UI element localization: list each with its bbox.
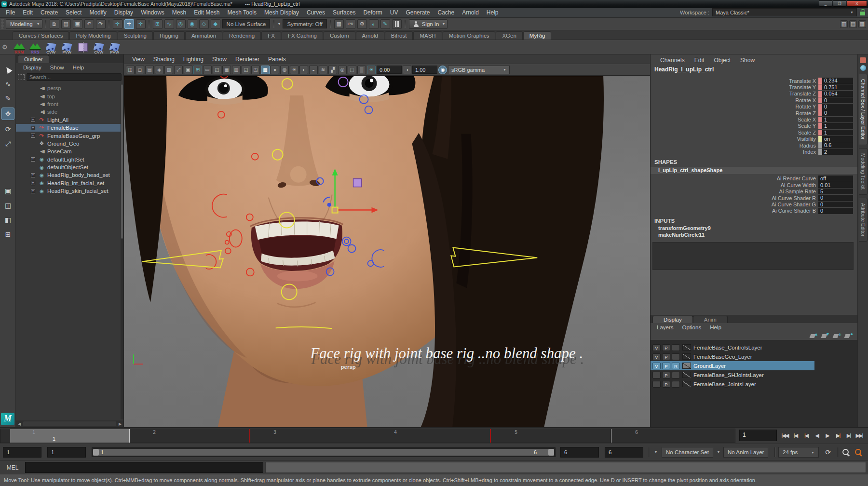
attribute-value-field[interactable]: 0 xyxy=(822,104,853,110)
step-back-frame-button[interactable]: |◀ xyxy=(790,429,800,442)
layer-playback-toggle[interactable]: P xyxy=(662,363,670,369)
layer-row[interactable]: V P FemaleBase_ControlsLayer xyxy=(651,343,814,352)
gate-mask-icon[interactable]: ▦ xyxy=(222,66,231,74)
attribute-value-field[interactable]: 1 xyxy=(822,123,853,129)
field-chart-icon[interactable]: ▥ xyxy=(232,66,241,74)
time-slider-track[interactable]: 1 123456 xyxy=(0,429,735,443)
outliner-item[interactable]: + Light_All xyxy=(16,116,121,124)
attribute-value-field[interactable]: 0 xyxy=(818,202,853,208)
menu-item[interactable]: Display xyxy=(110,9,137,16)
menu-item[interactable]: Generate xyxy=(402,9,434,16)
gamma-field[interactable]: 1.00 xyxy=(412,66,437,74)
menu-item[interactable]: Select xyxy=(62,9,85,16)
outliner-search-input[interactable]: Search... xyxy=(27,73,122,81)
shelf-item-cvw-2[interactable]: CVW xyxy=(92,40,106,54)
layer-row[interactable]: V P R GroundLayer xyxy=(651,361,814,370)
channel-box-menu-item[interactable]: Edit xyxy=(690,57,709,64)
range-slider-track[interactable]: 1 6 xyxy=(92,447,556,457)
shadows-icon[interactable]: ◐ xyxy=(299,66,308,74)
live-surface-field[interactable]: No Live Surface xyxy=(222,19,271,28)
tab-modeling-toolkit[interactable]: Modeling Toolkit xyxy=(859,148,868,195)
xray-icon[interactable]: ▒ xyxy=(357,66,366,74)
layer-row[interactable]: P FemaleBase_SHJointsLayer xyxy=(651,370,814,379)
section-divider[interactable] xyxy=(404,19,407,29)
move-layer-up-icon[interactable] xyxy=(810,333,818,339)
exposure-icon[interactable]: ☀ xyxy=(367,66,376,74)
render-settings-icon[interactable]: ⚙ xyxy=(357,19,367,29)
channel-box-menu-item[interactable]: Show xyxy=(735,57,760,64)
workspace-dropdown[interactable]: Maya Classic*▼ xyxy=(712,8,857,16)
playback-start-field[interactable]: 1 xyxy=(47,447,86,458)
anim-layer-selector[interactable]: No Anim Layer xyxy=(723,447,768,458)
create-empty-layer-icon[interactable] xyxy=(833,333,841,339)
attribute-value-field[interactable]: 0.751 xyxy=(822,84,853,91)
make-live-icon[interactable]: ◆ xyxy=(211,19,220,29)
input-node-name[interactable]: transformGeometry9 xyxy=(651,225,857,231)
layer-display-type-toggle[interactable] xyxy=(672,344,680,351)
outliner-item[interactable]: + persp xyxy=(16,84,121,92)
sign-in-dropdown[interactable]: Sign In ▼ xyxy=(409,19,448,29)
step-back-key-button[interactable]: |◀ xyxy=(801,429,811,442)
channel-box-menu-item[interactable]: Channels xyxy=(655,57,690,64)
motion-blur-icon[interactable]: ≋ xyxy=(319,66,327,74)
image-plane-icon[interactable]: ▨ xyxy=(164,66,173,74)
viewport-menu-item[interactable]: Shading xyxy=(149,56,179,63)
layer-editor-menu-item[interactable]: Layers xyxy=(652,324,678,330)
attribute-value-field[interactable]: 0.01 xyxy=(818,182,853,189)
outliner-item[interactable]: + FemaleBaseGeo_grp xyxy=(16,132,121,139)
channel-box-menu-item[interactable]: Object xyxy=(709,57,735,64)
expand-icon[interactable]: + xyxy=(31,126,35,130)
selection-filter-icon[interactable] xyxy=(18,74,25,80)
step-forward-frame-button[interactable]: ▶| xyxy=(843,429,854,442)
select-tool-icon[interactable] xyxy=(1,63,14,76)
select-camera-icon[interactable]: ◫ xyxy=(126,66,135,74)
shelf-tab[interactable]: Rendering xyxy=(223,31,261,40)
menu-set-dropdown[interactable]: Modeling▼ xyxy=(6,19,42,29)
attribute-value-field[interactable]: 5 xyxy=(818,189,853,195)
chevron-down-icon[interactable]: ▼ xyxy=(654,450,658,454)
outliner-item[interactable]: + defaultObjectSet xyxy=(16,163,121,171)
layer-row[interactable]: V P FemaleBaseGeo_Layer xyxy=(651,352,814,361)
paint-select-tool-icon[interactable]: ✎ xyxy=(1,92,14,105)
attribute-value-field[interactable]: 0 xyxy=(818,195,853,201)
viewport-canvas[interactable]: Face rig with joint base rig ..no blend … xyxy=(124,76,650,427)
depth-of-field-icon[interactable]: ◎ xyxy=(338,66,347,74)
layer-color-swatch[interactable] xyxy=(682,372,691,378)
safe-action-icon[interactable]: ◱ xyxy=(242,66,250,74)
shelf-item-cvw-1[interactable]: CVW xyxy=(44,40,58,54)
viewport-menu-item[interactable]: Lighting xyxy=(179,56,208,63)
toggle-tool-settings-icon[interactable]: ▤ xyxy=(849,20,857,28)
render-icon[interactable]: ▦ xyxy=(334,19,344,29)
multisample-aa-icon[interactable]: ▞ xyxy=(328,66,337,74)
layer-display-type-toggle[interactable] xyxy=(672,353,680,360)
hypershade-icon[interactable]: ◐ xyxy=(369,19,379,29)
attribute-value-field[interactable]: 0 xyxy=(822,110,853,116)
shelf-tab[interactable]: Poly Modeling xyxy=(69,31,117,40)
camera-attributes-icon[interactable]: ▤ xyxy=(145,66,154,74)
pause-viewport-icon[interactable] xyxy=(392,19,402,29)
2d-pan-zoom-icon[interactable]: ⤢ xyxy=(174,66,183,74)
toggle-channel-box-icon[interactable]: ▦ xyxy=(858,20,866,28)
restore-button[interactable]: ❐ xyxy=(833,0,846,7)
range-end-handle[interactable] xyxy=(548,449,554,456)
pane-with-outliner-layout-icon[interactable]: ◧ xyxy=(1,214,14,226)
menu-item[interactable]: Deform xyxy=(359,9,386,16)
shelf-tab-active[interactable]: MyRig xyxy=(523,31,552,40)
menu-item[interactable]: Arnold xyxy=(458,9,483,16)
move-layer-down-icon[interactable] xyxy=(822,333,829,339)
outliner-item[interactable]: + HeadRig_int_facial_set xyxy=(16,179,121,187)
outliner-item[interactable]: + front xyxy=(16,100,121,108)
outliner-vertical-scrollbar[interactable] xyxy=(121,84,123,419)
save-scene-icon[interactable]: ▣ xyxy=(73,19,82,29)
animation-end-field[interactable]: 6 xyxy=(605,447,643,458)
screen-space-ao-icon[interactable]: ◒ xyxy=(309,66,318,74)
scroll-left-icon[interactable]: ◀ xyxy=(16,422,23,426)
layer-row[interactable]: P FemaleBase_JointsLayer xyxy=(651,379,814,389)
expand-icon[interactable]: + xyxy=(31,173,35,177)
snap-view-plane-icon[interactable]: ◇ xyxy=(199,19,209,29)
wireframe-on-shaded-icon[interactable]: ▩ xyxy=(261,66,270,74)
go-to-start-button[interactable]: |◀◀ xyxy=(780,429,790,442)
viewport-menu-item[interactable]: Panels xyxy=(264,56,290,63)
two-pane-layout-icon[interactable]: ◫ xyxy=(1,199,14,212)
symmetry-field[interactable]: Symmetry: Off xyxy=(283,19,326,28)
